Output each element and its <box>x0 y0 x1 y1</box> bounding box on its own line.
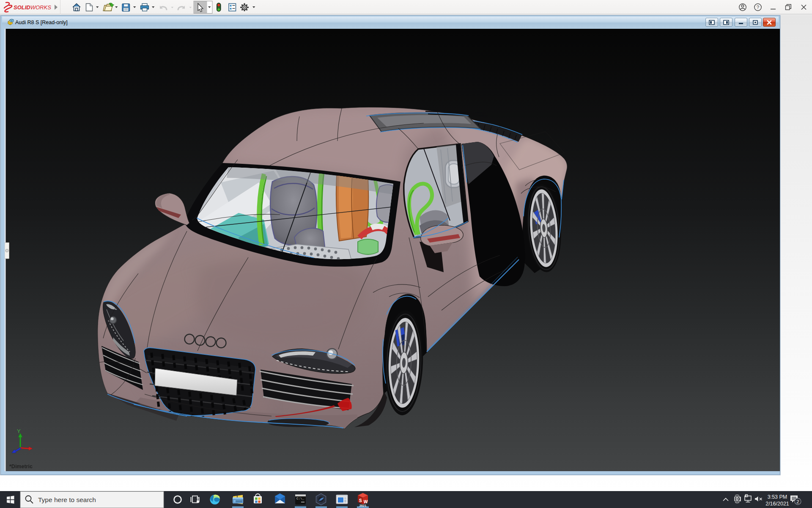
svg-text:Type here to search: Type here to search <box>38 496 96 503</box>
svg-text:*Dimetric: *Dimetric <box>9 464 33 469</box>
svg-text:SOLIDWORKS: SOLIDWORKS <box>14 4 51 11</box>
svg-text:2/16/2021: 2/16/2021 <box>765 501 789 507</box>
svg-text:S: S <box>359 498 362 503</box>
svg-text:2: 2 <box>796 499 799 504</box>
svg-text:?: ? <box>757 5 759 10</box>
svg-text:C:\_: C:\_ <box>296 497 304 500</box>
svg-text:3:53 PM: 3:53 PM <box>768 494 787 500</box>
